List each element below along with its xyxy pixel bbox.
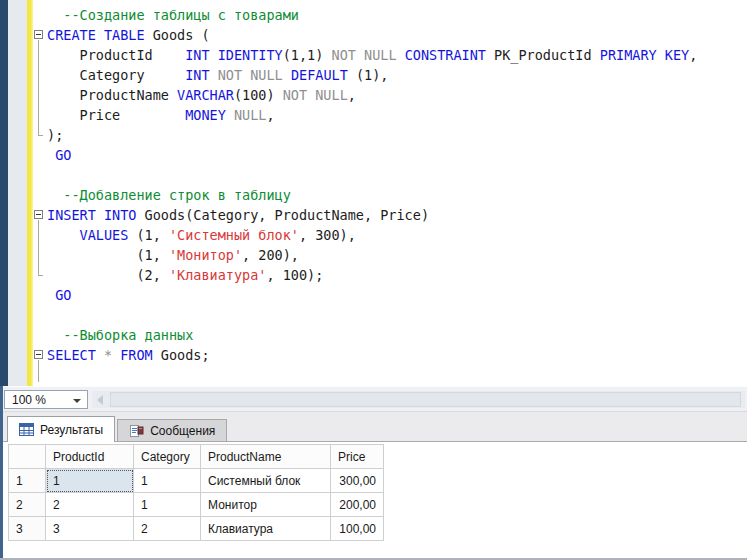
code-line[interactable]: GO xyxy=(47,285,747,305)
scroll-left-arrow-icon[interactable] xyxy=(97,395,103,405)
fold-region-end-tick xyxy=(38,135,43,136)
grid-row-header[interactable]: 3 xyxy=(9,517,46,541)
grid-cell[interactable]: 2 xyxy=(134,517,201,541)
results-grid-pane: ProductIdCategoryProductNamePrice 111Сис… xyxy=(0,442,747,558)
tab-messages[interactable]: Сообщения xyxy=(117,419,227,441)
results-grid: ProductIdCategoryProductNamePrice 111Сис… xyxy=(8,444,384,541)
chevron-down-icon xyxy=(73,399,81,403)
horizontal-scrollbar[interactable] xyxy=(92,391,745,408)
fold-collapse-button[interactable] xyxy=(34,210,43,219)
code-line[interactable]: --Создание таблицы с товарами xyxy=(47,5,747,25)
code-line[interactable]: ); xyxy=(47,125,747,145)
grid-row-header[interactable]: 1 xyxy=(9,469,46,493)
code-line[interactable]: Category INT NOT NULL DEFAULT (1), xyxy=(47,65,747,85)
code-line[interactable]: --Добавление строк в таблицу xyxy=(47,185,747,205)
code-line[interactable]: GO xyxy=(47,145,747,165)
code-lines[interactable]: --Создание таблицы с товарамиCREATE TABL… xyxy=(47,5,747,385)
scrollbar-thumb[interactable] xyxy=(110,392,741,407)
grid-column-header[interactable]: ProductName xyxy=(201,445,331,469)
grid-row: 332Клавиатура100,00 xyxy=(9,517,384,541)
grid-cell[interactable]: Системный блок xyxy=(201,469,331,493)
editor-glyph-margin xyxy=(8,0,27,386)
code-line[interactable]: CREATE TABLE Goods ( xyxy=(47,25,747,45)
editor-bottom-bar: 100 % xyxy=(0,386,747,412)
tab-results-label: Результаты xyxy=(40,423,103,437)
grid-header-row: ProductIdCategoryProductNamePrice xyxy=(9,445,384,469)
grid-row: 221Монитор200,00 xyxy=(9,493,384,517)
code-line[interactable]: Price MONEY NULL, xyxy=(47,105,747,125)
code-line[interactable]: ProductName VARCHAR(100) NOT NULL, xyxy=(47,85,747,105)
grid-body: 111Системный блок300,00221Монитор200,003… xyxy=(9,469,384,541)
grid-cell[interactable]: 2 xyxy=(46,493,134,517)
code-line[interactable]: SELECT * FROM Goods; xyxy=(47,345,747,365)
fold-region-line xyxy=(38,220,39,275)
grid-cell[interactable]: 1 xyxy=(134,493,201,517)
grid-cell[interactable]: Монитор xyxy=(201,493,331,517)
window-left-border xyxy=(0,386,3,558)
messages-icon xyxy=(129,424,144,438)
code-line[interactable]: --Выборка данных xyxy=(47,325,747,345)
tab-messages-label: Сообщения xyxy=(150,424,215,438)
grid-corner-cell[interactable] xyxy=(9,445,46,469)
fold-collapse-button[interactable] xyxy=(34,350,43,359)
results-grid-icon xyxy=(19,423,34,436)
zoom-level-dropdown[interactable]: 100 % xyxy=(4,390,88,409)
code-line[interactable] xyxy=(47,165,747,185)
fold-region-line xyxy=(38,360,39,382)
grid-column-header[interactable]: ProductId xyxy=(46,445,134,469)
grid-column-header[interactable]: Category xyxy=(134,445,201,469)
code-line[interactable]: (1, 'Монитор', 200), xyxy=(47,245,747,265)
code-line[interactable]: INSERT INTO Goods(Category, ProductName,… xyxy=(47,205,747,225)
ssms-query-window: --Создание таблицы с товарамиCREATE TABL… xyxy=(0,0,747,560)
code-line[interactable]: ProductId INT IDENTITY(1,1) NOT NULL CON… xyxy=(47,45,747,65)
minus-icon xyxy=(36,214,41,215)
zoom-level-value: 100 % xyxy=(12,393,46,407)
code-line[interactable]: (2, 'Клавиатура', 100); xyxy=(47,265,747,285)
code-line[interactable] xyxy=(47,365,747,385)
grid-cell[interactable]: Клавиатура xyxy=(201,517,331,541)
fold-region-line xyxy=(38,40,39,135)
fold-region-end-tick xyxy=(38,275,43,276)
editor-left-edge xyxy=(0,0,8,386)
grid-cell[interactable]: 200,00 xyxy=(331,493,384,517)
grid-cell[interactable]: 300,00 xyxy=(331,469,384,493)
grid-cell[interactable]: 1 xyxy=(46,469,134,493)
grid-row-header[interactable]: 2 xyxy=(9,493,46,517)
sql-editor-pane: --Создание таблицы с товарамиCREATE TABL… xyxy=(0,0,747,386)
grid-cell[interactable]: 1 xyxy=(134,469,201,493)
grid-row: 111Системный блок300,00 xyxy=(9,469,384,493)
tab-results[interactable]: Результаты xyxy=(7,416,115,442)
grid-cell[interactable]: 3 xyxy=(46,517,134,541)
code-line[interactable] xyxy=(47,305,747,325)
outline-gutter xyxy=(33,0,47,386)
grid-cell[interactable]: 100,00 xyxy=(331,517,384,541)
minus-icon xyxy=(36,354,41,355)
grid-column-header[interactable]: Price xyxy=(331,445,384,469)
fold-collapse-button[interactable] xyxy=(34,30,43,39)
code-line[interactable]: VALUES (1, 'Системный блок', 300), xyxy=(47,225,747,245)
results-tabstrip: Результаты Сообщения xyxy=(0,412,747,442)
minus-icon xyxy=(36,34,41,35)
